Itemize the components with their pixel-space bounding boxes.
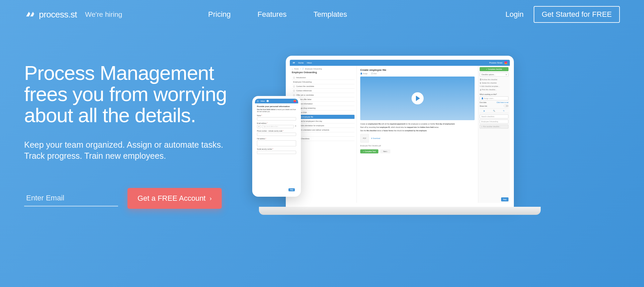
task-label: Introduction (296, 77, 306, 79)
refresh-icon: ↻ (503, 110, 504, 112)
chevron-right-icon: › (387, 150, 388, 152)
task-item: Prepare for employee's first day (292, 119, 355, 124)
task-item: Prepare offer letter (292, 97, 355, 102)
task-label: Contact references (296, 90, 312, 92)
hero-right: Home Inbox Process Street ⌂ Home / (252, 62, 620, 230)
header: process.st We're hiring Pricing Features… (0, 0, 644, 29)
cta-button[interactable]: Get a FREE Account › (127, 188, 222, 209)
task-item: Sources: (292, 132, 355, 137)
task-item: Contact references (292, 89, 355, 93)
pdf-row: PDF ⬇ Download (360, 134, 475, 143)
video-thumbnail (360, 77, 475, 120)
play-icon: ▷ (481, 126, 483, 128)
print-icon: 🖨 (480, 89, 481, 91)
get-started-button[interactable]: Get Started for FREE (534, 6, 620, 23)
search-checklists-input: Search checklists (480, 114, 508, 118)
task-item: Contact DSA (292, 110, 355, 115)
checkbox-icon (293, 94, 295, 96)
hiring-link[interactable]: We're hiring (85, 10, 122, 18)
name-input (257, 117, 296, 121)
task-item: Request information (292, 102, 355, 106)
hero-left: Process Management frees you from worryi… (24, 62, 239, 209)
hero-title: Process Management frees you from worryi… (24, 62, 239, 126)
task-label: Contact the candidate (296, 85, 314, 87)
chevron-down-icon: ▾ (506, 74, 507, 76)
phone-input (257, 133, 296, 136)
task-item: Confirm orientation and deliver schedule (292, 128, 355, 132)
checkbox-icon (293, 77, 295, 79)
run-another-button: ▷ Run another checklist… (480, 125, 508, 129)
topbar-org: Process Street (489, 62, 502, 64)
phone-intro: Use the form fields below to record your… (257, 109, 296, 113)
nav-center: Pricing Features Templates (208, 10, 347, 19)
gear-icon: ⚙ (295, 125, 296, 128)
nav-pricing[interactable]: Pricing (208, 10, 231, 19)
breadcrumb-current: Employee Onboarding (305, 68, 322, 70)
next-button: Next › (380, 149, 390, 153)
checkbox-icon (293, 90, 295, 92)
email-input: Type email address here (262, 125, 294, 128)
nav-features[interactable]: Features (258, 10, 287, 19)
task-item: Contact the candidate (292, 84, 355, 89)
laptop-screen: Home Inbox Process Street ⌂ Home / (290, 60, 510, 203)
task-item: Introduction (292, 76, 355, 80)
breadcrumb: ⌂ Home / 📄 Employee Onboarding (292, 68, 355, 70)
app-topbar: Home Inbox Process Street (290, 60, 510, 66)
laptop-mockup: Home Inbox Process Street ⌂ Home / (286, 56, 514, 207)
logo[interactable]: process.st (24, 9, 77, 20)
app-logo-icon (292, 61, 295, 64)
avatar-icon (293, 100, 296, 102)
task-item: Schedule orientation for employee (292, 124, 355, 128)
pdf-icon: PDF (360, 134, 369, 143)
menu-icon: ☰ (257, 100, 259, 102)
avatar-icon (504, 61, 507, 64)
address-input (257, 140, 296, 146)
trash-icon: 🗑 (480, 82, 481, 84)
field-label-phone: Phone number – include country code * (257, 130, 296, 132)
phone-section-title: Provide your personal information (257, 105, 296, 107)
pencil-icon: ✎ (480, 85, 481, 87)
working-title: Who's working on this? (480, 93, 508, 95)
icon-row: ▶ 🔍 ↻ (480, 108, 508, 113)
logo-icon (24, 9, 35, 20)
nav-right: Login Get Started for FREE (505, 6, 620, 23)
pdf-filename: Employee File Checklist.pdf (360, 145, 475, 147)
search-icon: 🔍 (493, 110, 495, 112)
phone-inbox-label: Inbox (261, 100, 265, 102)
nav-templates[interactable]: Templates (314, 10, 347, 19)
main-text-2: Start off by recording their employee ID… (360, 126, 475, 129)
meta-row: 👤 Assign 🕐 Due (360, 73, 475, 75)
play-triangle-icon (416, 96, 420, 101)
task-item: Arrange drug screening (292, 106, 355, 110)
hero-subtitle: Keep your team organized. Assign or auto… (24, 139, 239, 161)
checkbox-icon (293, 86, 295, 87)
phone-screen: ☰ Inbox 3 Provide your personal informat… (255, 99, 298, 194)
breadcrumb-home: Home (294, 68, 299, 70)
toggle-icon (504, 105, 508, 107)
task-label: Offer job to candidate (296, 94, 314, 96)
task-list: Introduction Employee Onboarding: Contac… (292, 76, 355, 141)
field-label-ssn: Social security number * (257, 148, 296, 150)
task-label: Employee Onboarding: (293, 81, 312, 83)
field-label-address: Full address * (257, 138, 296, 140)
app-rightbar: ✓ Complete checklist Checklist options…▾… (478, 66, 510, 203)
download-link: ⬇ Download (371, 137, 380, 139)
email-input[interactable] (24, 190, 118, 206)
complete-task-button: ✓ Complete Task (360, 149, 378, 153)
due-label: Due (374, 73, 377, 75)
login-link[interactable]: Login (505, 10, 524, 19)
ssn-input (257, 151, 296, 154)
email-prefix-icon: @ (257, 125, 261, 128)
complete-checklist-button: ✓ Complete checklist (480, 67, 508, 71)
task-item: Employee Onboarding: (292, 80, 355, 84)
archive-icon: 🗄 (480, 79, 481, 81)
rightbar-link: 🗄 Archive this checklist (480, 78, 508, 81)
chevron-right-icon: › (210, 195, 212, 202)
app-body: ⌂ Home / 📄 Employee Onboarding Employee … (290, 66, 510, 203)
document-icon: 📄 (302, 68, 304, 70)
sidebar-title: Employee Onboarding (292, 71, 355, 74)
phone-topbar: ☰ Inbox 3 (255, 99, 298, 103)
home-icon: ⌂ (292, 68, 293, 70)
main-title: Create employee file (360, 68, 475, 71)
logo-text: process.st (39, 9, 77, 20)
